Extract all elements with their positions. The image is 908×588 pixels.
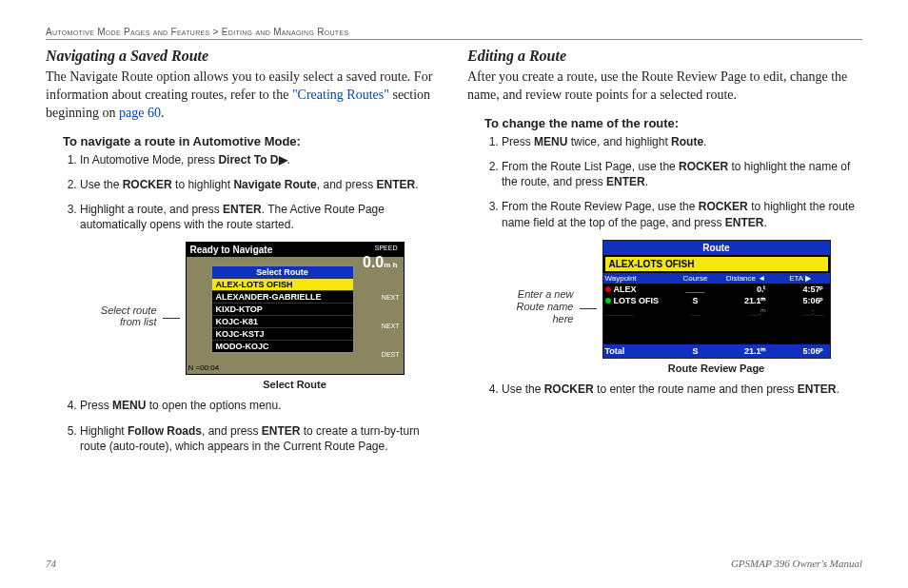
steps-left: In Automotive Mode, press Direct To D▶. … [63, 152, 441, 233]
figure-route-review: Enter a new Route name here Route ALEX-L… [467, 240, 862, 374]
screenshot-select-route: Ready to Navigate SPEED 0.0m h NEXT NEXT… [186, 242, 405, 375]
table-row: ______ __ __.ᵐ __:__ [603, 306, 830, 318]
right-column: Editing a Route After you create a route… [467, 48, 862, 552]
task-heading-left: To navigate a route in Automotive Mode: [63, 134, 441, 148]
footer: 74 GPSMAP 396 Owner's Manual [46, 552, 862, 569]
steps-right-cont: Use the ROCKER to enter the route name a… [484, 382, 862, 397]
screenshot-route-review: Route ALEX-LOTS OFISH Waypoint Course Di… [602, 240, 831, 359]
task-heading-right: To change the name of the route: [484, 116, 862, 130]
breadcrumb-section: Automotive Mode Pages and Features [46, 27, 210, 37]
step-5: Highlight Follow Roads, and press ENTER … [80, 423, 441, 454]
step-3: Highlight a route, and press ENTER. The … [80, 202, 441, 232]
breadcrumb: Automotive Mode Pages and Features > Edi… [46, 27, 862, 40]
waypoint-icon [605, 286, 611, 292]
figure-caption-route-review: Route Review Page [602, 363, 831, 374]
route-item: KIXD-KTOP [212, 303, 353, 315]
route-item: MODO-KOJC [212, 340, 353, 352]
figure-select-route: Select route from list Ready to Navigate… [46, 242, 441, 390]
route-item: KOJC-KSTJ [212, 327, 353, 340]
figure-caption-select-route: Select Route [186, 379, 405, 390]
heading-navigating: Navigating a Saved Route [46, 48, 441, 65]
route-item: KOJC-K81 [212, 315, 353, 327]
step-r3: From the Route Review Page, use the ROCK… [502, 199, 862, 229]
step-4: Press MENU to open the options menu. [80, 398, 441, 413]
breadcrumb-sub: Editing and Managing Routes [222, 27, 349, 37]
steps-left-cont: Press MENU to open the options menu. Hig… [63, 398, 441, 454]
manual-title: GPSMAP 396 Owner's Manual [731, 558, 862, 569]
step-r1: Press MENU twice, and highlight Route. [502, 134, 862, 149]
link-page-60[interactable]: page 60 [119, 106, 161, 120]
steps-right: Press MENU twice, and highlight Route. F… [484, 134, 862, 230]
page-number: 74 [46, 558, 56, 569]
left-column: Navigating a Saved Route The Navigate Ro… [46, 48, 441, 552]
route-item-selected: ALEX-LOTS OFISH [212, 278, 353, 290]
step-2: Use the ROCKER to highlight Navigate Rou… [80, 177, 441, 192]
step-1: In Automotive Mode, press Direct To D▶. [80, 152, 441, 167]
step-r2: From the Route List Page, use the ROCKER… [502, 159, 862, 189]
callout-select-route: Select route from list [83, 304, 157, 328]
direct-to-icon: D▶ [270, 153, 287, 167]
select-route-popup: Select Route ALEX-LOTS OFISH ALEXANDER-G… [211, 265, 354, 353]
table-header: Waypoint Course Distance ◄ ETA ▶ [603, 273, 830, 284]
table-row: ALEX ____ 0.ᵗ 4:57ᵖ [603, 284, 830, 295]
intro-right: After you create a route, use the Route … [467, 69, 862, 105]
step-r4: Use the ROCKER to enter the route name a… [502, 382, 862, 397]
callout-route-name: Enter a new Route name here [500, 288, 574, 324]
table-row: LOTS OFIS S 21.1ᵐ 5:06ᵖ [603, 295, 830, 306]
route-name-field: ALEX-LOTS OFISH [604, 256, 829, 272]
intro-left: The Navigate Route option allows you to … [46, 69, 441, 123]
link-creating-routes[interactable]: "Creating Routes" [292, 88, 389, 102]
total-row: Total S 21.1ᵐ 5:06ᵖ [603, 344, 830, 358]
heading-editing: Editing a Route [467, 48, 862, 65]
waypoint-icon [605, 298, 611, 304]
route-item: ALEXANDER-GABRIELLE [212, 290, 353, 303]
